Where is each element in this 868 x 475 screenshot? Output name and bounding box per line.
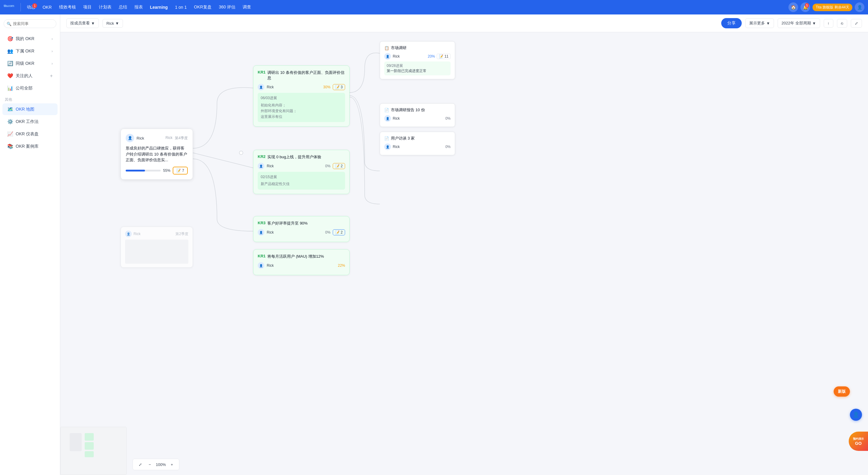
- user-avatar-nav[interactable]: 👤: [855, 2, 864, 12]
- nav-okr[interactable]: OKR: [39, 3, 55, 11]
- logo[interactable]: tita.com: [4, 4, 14, 11]
- kr3-comment[interactable]: 📝 2: [333, 229, 345, 235]
- minimap-card3: [85, 442, 94, 450]
- kr3-avatar: 👤: [258, 229, 264, 236]
- sidebar-item-okr-dashboard[interactable]: 📈 OKR 仪表盘: [2, 128, 58, 140]
- fit-screen-button[interactable]: ⤢: [136, 461, 144, 468]
- nav-performance[interactable]: 绩效考核: [56, 3, 79, 12]
- task3-avatar: 👤: [384, 144, 391, 150]
- nav-360[interactable]: 360 评估: [216, 3, 239, 12]
- task1-pct: 20%: [428, 54, 435, 59]
- kr1-comment[interactable]: 📝 3: [333, 84, 345, 90]
- sidebar-item-okr-map[interactable]: 🗺️ OKR 地图: [2, 103, 58, 115]
- kr2-comment[interactable]: 📝 2: [333, 163, 345, 169]
- nav-survey[interactable]: 调查: [240, 3, 254, 12]
- nav-divider: [21, 3, 21, 11]
- kr1-note-date: 06/03进展: [261, 95, 342, 101]
- user-float-icon: 👤: [852, 411, 859, 418]
- bell-icon[interactable]: 🔔 5: [801, 2, 810, 12]
- task-card-3[interactable]: 📄 用户访谈 3 家 👤 Rick 0%: [380, 132, 455, 155]
- task-card-2[interactable]: 📄 市场调研报告 10 份 👤 Rick 0%: [380, 103, 455, 127]
- kr1-card[interactable]: KR1 调研出 10 条有价值的客户正面、负面评价信息 👤 Rick 30% 📝…: [253, 65, 350, 127]
- nav-project[interactable]: 项目: [80, 3, 95, 12]
- nav-learning[interactable]: Learning: [147, 3, 171, 11]
- new-version-badge[interactable]: 新版: [834, 386, 850, 397]
- kr1-note-line2: 外部环境变化有问题；: [261, 108, 342, 114]
- chevron-down-icon: ▼: [115, 21, 119, 26]
- follow-icon: ❤️: [7, 73, 13, 79]
- main-okr-comment-button[interactable]: 📝 7: [173, 167, 188, 175]
- kr1-text: 调研出 10 条有价值的客户正面、负面评价信息: [267, 70, 345, 81]
- arrow-icon: ›: [52, 49, 53, 53]
- sidebar-item-peer-okr[interactable]: 🔄 同级 OKR ›: [2, 58, 58, 69]
- fullscreen-button[interactable]: ⤢: [851, 19, 862, 28]
- zoom-in-button[interactable]: +: [168, 461, 176, 468]
- top-nav: tita.com 动态 1 OKR 绩效考核 项目 计划表 总结 报表 Lear…: [0, 0, 868, 14]
- kr2-person: Rick: [267, 164, 274, 168]
- nav-summary[interactable]: 总结: [116, 3, 130, 12]
- task1-note: 09/28进展 第一阶段已完成进度正常: [384, 62, 451, 75]
- mini-okr-card[interactable]: 👤 Rick 第2季度: [121, 227, 193, 267]
- task1-comment[interactable]: 📝 11: [437, 54, 451, 59]
- bell-badge: 5: [805, 3, 809, 8]
- demo-sub: GO: [855, 441, 862, 446]
- kr3-row: 👤 Rick 0% 📝 2: [258, 229, 345, 236]
- share2-button[interactable]: ⎋: [837, 19, 847, 28]
- share-button[interactable]: 分享: [721, 18, 742, 28]
- kr3-person: Rick: [267, 230, 274, 234]
- kr4-card[interactable]: KR1 将每月活跃用户 (MAU) 增加12% 👤 Rick 22%: [253, 249, 350, 275]
- chevron-down-icon: ▼: [812, 21, 816, 26]
- kr2-note: 02/15进展 新产品稳定性欠佳: [258, 172, 345, 189]
- person-filter-button[interactable]: Rick ▼: [102, 19, 123, 28]
- okr-cases-icon: 📚: [7, 144, 13, 149]
- main-okr-card[interactable]: 👤 Rick Rick 第4季度 形成良好的产品口碑效应，获得客户转介绍调研出 …: [121, 129, 193, 180]
- sidebar-item-follow[interactable]: ❤️ 关注的人 +: [2, 70, 58, 82]
- sidebar-item-company[interactable]: 📊 公司全部: [2, 82, 58, 94]
- sidebar-item-sub-okr[interactable]: 👥 下属 OKR ›: [2, 45, 58, 57]
- demo-badge[interactable]: 预约演示 GO: [849, 432, 868, 451]
- kr3-card[interactable]: KR3 客户好评率提升至 90% 👤 Rick 0% 📝 2: [253, 216, 350, 242]
- task-card-1[interactable]: 📋 市场调研 👤 Rick 20% 📝 11 09/28进展 第一阶段已完成进度…: [380, 41, 455, 79]
- kr1-note: 06/03进展 初始化有内容； 外部环境变化有问题； 这里展示有位: [258, 93, 345, 122]
- search-input[interactable]: [4, 19, 56, 28]
- nav-1on1[interactable]: 1 on 1: [172, 3, 190, 11]
- sidebar-item-okr-method[interactable]: ⚙️ OKR 工作法: [2, 116, 58, 127]
- nav-plan[interactable]: 计划表: [96, 3, 115, 12]
- add-follow-icon[interactable]: +: [50, 73, 53, 79]
- show-more-button[interactable]: 展示更多 ▼: [745, 19, 774, 28]
- task3-row: 👤 Rick 0%: [384, 144, 451, 150]
- minimap: [60, 427, 127, 475]
- kr1-person: Rick: [267, 85, 274, 89]
- fullscreen-icon: ⤢: [855, 21, 858, 26]
- okr-method-icon: ⚙️: [7, 119, 13, 124]
- fit-icon: ⤢: [138, 462, 142, 467]
- nav-dongtai[interactable]: 动态 1: [24, 3, 38, 12]
- sidebar-item-okr-cases[interactable]: 📚 OKR 案例库: [2, 140, 58, 152]
- kr4-text: 将每月活跃用户 (MAU) 增加12%: [267, 254, 324, 259]
- export-button[interactable]: ↑: [824, 19, 834, 28]
- kr4-avatar: 👤: [258, 262, 264, 269]
- comment-icon: 📝: [176, 168, 181, 173]
- kr3-pct: 0%: [325, 230, 330, 234]
- sidebar-item-my-okr[interactable]: 🎯 我的 OKR ›: [2, 33, 58, 44]
- period-button[interactable]: 2022年 全部周期 ▼: [778, 19, 820, 28]
- zoom-level: 100%: [156, 462, 166, 467]
- view-by-member-button[interactable]: 按成员查看 ▼: [66, 19, 99, 28]
- vip-badge[interactable]: Tita 旗舰版 剩余44天: [812, 4, 852, 11]
- kr2-card[interactable]: KR2 实现 0 bug上线，提升用户体验 👤 Rick 0% 📝 2 02/1…: [253, 150, 350, 194]
- minus-icon: −: [149, 462, 151, 467]
- logo-text: tita: [4, 4, 7, 7]
- nav-right: 🏠 🔔 5 Tita 旗舰版 剩余44天 👤: [788, 2, 864, 12]
- home-icon[interactable]: 🏠: [788, 2, 798, 12]
- mini-okr-avatar: 👤: [125, 230, 132, 237]
- user-float-button[interactable]: 👤: [850, 409, 862, 421]
- kr1-pct: 30%: [323, 85, 330, 89]
- nav-report[interactable]: 报表: [131, 3, 146, 12]
- kr4-num: KR1: [258, 254, 266, 258]
- demo-label: 预约演示: [853, 437, 864, 441]
- nav-okr-review[interactable]: OKR复盘: [191, 3, 215, 12]
- search-icon: 🔍: [7, 22, 11, 26]
- kr2-note-date: 02/15进展: [261, 174, 342, 180]
- layout: 🔍 🎯 我的 OKR › 👥 下属 OKR › 🔄 同级 OKR › ❤️ 关注…: [0, 14, 868, 475]
- zoom-out-button[interactable]: −: [146, 461, 153, 468]
